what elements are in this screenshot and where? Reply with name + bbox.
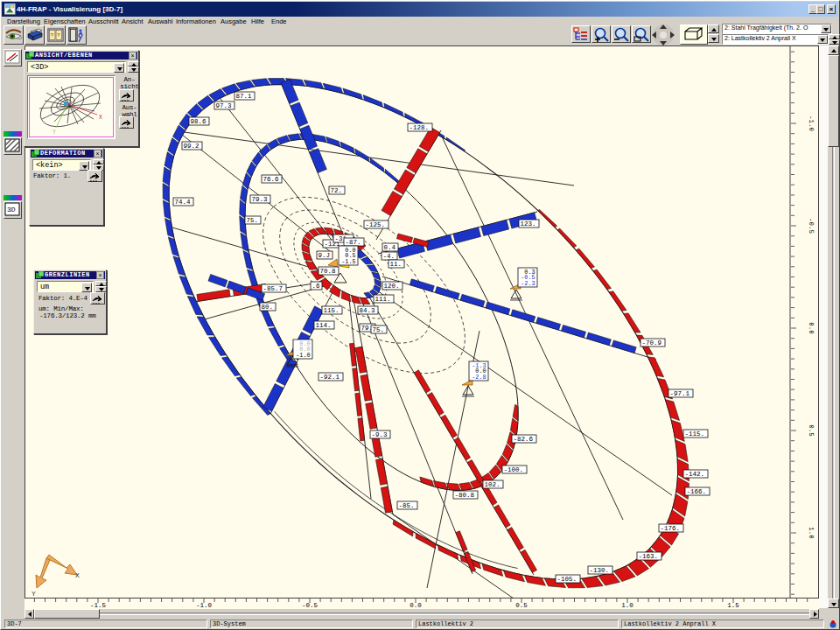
svg-text:Y: Y [32, 590, 36, 598]
svg-text:X: X [75, 571, 80, 579]
svg-text:70.8: 70.8 [320, 268, 336, 275]
svg-text:9.J: 9.J [318, 252, 331, 259]
svg-text:72.: 72. [331, 187, 343, 194]
svg-text:-125.: -125. [366, 221, 386, 228]
svg-text:1.5: 1.5 [727, 602, 739, 609]
svg-text:98.6: 98.6 [191, 118, 207, 125]
svg-text:123.: 123. [521, 220, 536, 228]
svg-text:0.5: 0.5 [515, 602, 528, 609]
svg-text:-2.3: -2.3 [521, 280, 535, 287]
svg-text:X: X [99, 115, 102, 121]
svg-text:-70.9: -70.9 [642, 340, 662, 346]
svg-text:79.3: 79.3 [252, 196, 269, 203]
svg-text:-4.: -4. [383, 253, 396, 260]
svg-text:75.: 75. [247, 217, 259, 224]
svg-text:-1.5: -1.5 [90, 602, 107, 609]
svg-text:111.: 111. [375, 296, 391, 303]
svg-text:?: ? [51, 32, 54, 38]
svg-text:Y: Y [52, 130, 56, 136]
svg-text:-1.0: -1.0 [296, 352, 310, 359]
svg-text:-82.6: -82.6 [514, 436, 534, 443]
svg-text:97.3: 97.3 [216, 102, 233, 109]
svg-text:0.0: 0.0 [808, 322, 815, 334]
svg-text:-130.: -130. [590, 567, 610, 574]
svg-text:120.: 120. [384, 283, 400, 290]
svg-text:11.: 11. [390, 261, 402, 268]
svg-text:-0.5: -0.5 [808, 218, 815, 234]
svg-text:-2.8: -2.8 [472, 374, 486, 381]
svg-text:-176.: -176. [661, 525, 681, 532]
svg-text:99.2: 99.2 [184, 143, 200, 150]
svg-text:-1.5: -1.5 [341, 258, 355, 265]
svg-text:-163.: -163. [639, 553, 659, 560]
svg-text:102.: 102. [485, 481, 500, 488]
svg-text:0.5: 0.5 [808, 424, 815, 437]
svg-text:87.1: 87.1 [236, 93, 253, 100]
svg-text:-85.: -85. [399, 502, 415, 509]
svg-text:80.: 80. [262, 304, 274, 311]
svg-text:-142.: -142. [685, 471, 705, 478]
svg-text:84.3: 84.3 [360, 307, 376, 314]
svg-text:-80.8: -80.8 [455, 492, 475, 499]
svg-text:114.: 114. [316, 322, 332, 329]
svg-text:-100.: -100. [504, 466, 524, 473]
svg-text:-87.: -87. [346, 239, 361, 246]
svg-text:-97.1: -97.1 [670, 390, 690, 397]
svg-text:-115.: -115. [685, 430, 705, 438]
svg-text:-85.7: -85.7 [263, 285, 284, 292]
svg-text:-166.: -166. [687, 488, 707, 495]
svg-text:?: ? [57, 32, 60, 38]
svg-text:-92.1: -92.1 [320, 374, 340, 381]
svg-text:-1.0: -1.0 [196, 602, 213, 609]
svg-text:-0.5: -0.5 [302, 602, 318, 609]
svg-text:76.6: 76.6 [263, 176, 280, 183]
svg-text:-1.0: -1.0 [808, 116, 815, 132]
svg-text:1.0: 1.0 [808, 527, 815, 539]
svg-text:-128.: -128. [410, 124, 430, 131]
svg-text:0.4: 0.4 [384, 244, 396, 251]
svg-text:-105.: -105. [557, 576, 578, 583]
svg-text:115.: 115. [324, 307, 340, 314]
svg-text:.6: .6 [312, 283, 321, 290]
svg-text:74.4: 74.4 [175, 199, 192, 206]
svg-text:3D: 3D [7, 206, 16, 214]
svg-text:75.: 75. [373, 326, 385, 333]
svg-text:-9.3: -9.3 [372, 431, 388, 438]
svg-text:0.0: 0.0 [410, 602, 422, 609]
svg-text:1.0: 1.0 [621, 602, 634, 609]
